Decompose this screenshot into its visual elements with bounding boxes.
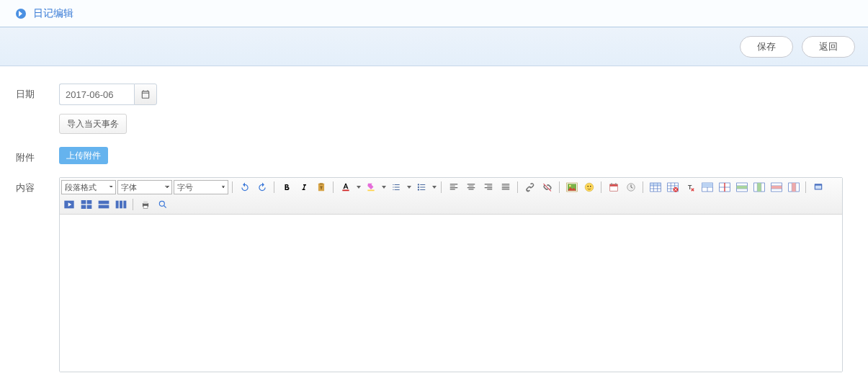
media-cols-button[interactable] [113, 197, 129, 212]
svg-text:T: T [688, 184, 692, 191]
svg-rect-17 [615, 183, 616, 185]
upload-attachment-button[interactable]: 上传附件 [59, 147, 108, 164]
svg-rect-28 [737, 186, 748, 189]
separator [231, 180, 234, 194]
media-cols-icon [115, 199, 127, 210]
block-format-select[interactable]: 段落格式 [61, 180, 116, 194]
import-today-button[interactable]: 导入当天事务 [59, 114, 127, 134]
link-button[interactable] [522, 180, 538, 194]
rich-text-editor: 段落格式 字体 字号 T [59, 177, 843, 372]
action-bar: 保存 返回 [0, 27, 868, 66]
svg-rect-49 [143, 206, 148, 209]
date-label: 日期 [16, 84, 59, 101]
media-single-button[interactable] [61, 197, 77, 212]
svg-rect-42 [99, 201, 109, 205]
svg-rect-44 [116, 201, 119, 209]
save-button[interactable]: 保存 [740, 36, 793, 58]
redo-button[interactable] [254, 180, 270, 194]
date-picker [59, 84, 157, 105]
svg-rect-41 [87, 205, 92, 209]
emoji-button[interactable] [581, 180, 597, 194]
bold-icon [282, 183, 291, 192]
italic-icon [300, 183, 308, 192]
svg-rect-40 [81, 205, 86, 209]
form-area: 日期 导入当天事务 附件 上传附件 内容 段落格式 [0, 66, 868, 373]
media-list-button[interactable] [96, 197, 112, 212]
separator [600, 180, 603, 194]
svg-rect-34 [792, 183, 795, 192]
delete-table-icon [667, 182, 679, 192]
delete-table-button[interactable] [665, 180, 681, 194]
font-size-select[interactable]: 字号 [174, 180, 228, 194]
bold-button[interactable] [279, 180, 295, 194]
align-right-button[interactable] [480, 180, 496, 194]
separator [332, 180, 335, 194]
fullscreen-button[interactable] [810, 180, 826, 194]
align-right-icon [483, 182, 493, 192]
media-grid-button[interactable] [79, 197, 94, 212]
align-left-button[interactable] [446, 180, 462, 194]
unordered-list-button[interactable] [413, 180, 429, 194]
merge-cells-button[interactable] [699, 180, 715, 194]
page-title: 日记编辑 [33, 7, 73, 20]
svg-rect-16 [612, 183, 612, 185]
align-justify-button[interactable] [498, 180, 514, 194]
svg-point-5 [418, 184, 419, 185]
backcolor-button[interactable] [363, 180, 379, 194]
delete-col-button[interactable] [786, 180, 802, 194]
row-date: 日期 导入当天事务 [16, 84, 852, 134]
forecolor-dropdown[interactable] [355, 180, 362, 194]
split-cells-button[interactable] [717, 180, 733, 194]
media-list-icon [98, 199, 109, 210]
unordered-list-dropdown[interactable] [431, 180, 437, 194]
backcolor-dropdown[interactable] [380, 180, 387, 194]
preview-icon [158, 199, 168, 210]
paste-plain-button[interactable]: T [313, 180, 329, 194]
forecolor-button[interactable] [338, 180, 354, 194]
unlink-button[interactable] [540, 180, 555, 194]
svg-point-12 [587, 186, 589, 187]
svg-rect-3 [342, 190, 349, 192]
emoji-icon [584, 182, 594, 192]
calendar-button[interactable] [134, 84, 157, 105]
svg-point-50 [159, 201, 164, 206]
svg-rect-39 [87, 200, 92, 204]
delete-row-icon [771, 182, 782, 192]
svg-rect-32 [771, 186, 782, 189]
redo-icon [257, 182, 267, 192]
undo-icon [240, 182, 250, 192]
ordered-list-button[interactable] [388, 180, 404, 194]
time-button[interactable] [623, 180, 639, 194]
date-input[interactable] [59, 84, 134, 105]
print-icon [140, 199, 151, 210]
align-center-button[interactable] [463, 180, 479, 194]
editor-content-area[interactable] [60, 215, 842, 372]
svg-rect-46 [123, 201, 126, 209]
insert-table-button[interactable] [648, 180, 663, 194]
separator [273, 180, 276, 194]
separator [558, 180, 561, 194]
svg-rect-43 [99, 205, 109, 209]
paste-plain-icon: T [316, 182, 326, 192]
svg-rect-15 [610, 184, 618, 186]
italic-button[interactable] [296, 180, 312, 194]
image-button[interactable] [564, 180, 580, 194]
row-attachment: 附件 上传附件 [16, 147, 852, 164]
row-content: 内容 段落格式 字体 字号 [16, 177, 852, 372]
insert-row-button[interactable] [734, 180, 750, 194]
merge-cells-icon [702, 182, 713, 192]
date-button[interactable] [606, 180, 622, 194]
insert-col-icon [753, 182, 765, 192]
print-button[interactable] [138, 197, 153, 212]
undo-button[interactable] [237, 180, 253, 194]
insert-col-button[interactable] [751, 180, 767, 194]
page-header: 日记编辑 [0, 0, 868, 27]
svg-rect-48 [143, 201, 148, 204]
remove-format-button[interactable]: T [682, 180, 698, 194]
preview-button[interactable] [155, 197, 171, 212]
delete-row-button[interactable] [769, 180, 784, 194]
content-label: 内容 [16, 177, 59, 194]
back-button[interactable]: 返回 [802, 36, 855, 58]
ordered-list-dropdown[interactable] [406, 180, 412, 194]
font-family-select[interactable]: 字体 [117, 180, 172, 194]
